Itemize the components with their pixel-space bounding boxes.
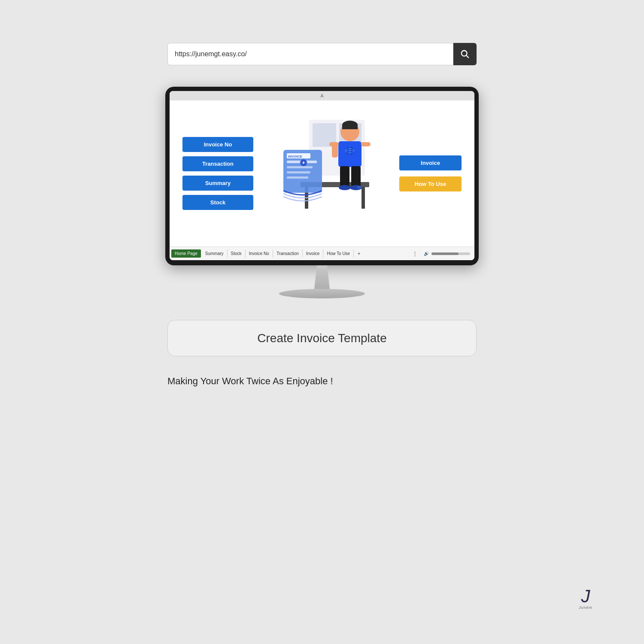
logo-letter: J [581,587,590,605]
svg-line-1 [466,55,468,58]
transaction-button[interactable]: Transaction [182,156,253,171]
tagline-text: Making Your Work Twice As Enjoyable ! [167,376,477,387]
volume-fill [431,252,459,255]
svg-text:INVOICE: INVOICE [288,155,303,158]
tab-how-to-use[interactable]: How To Use [323,249,354,258]
tab-stock[interactable]: Stock [228,249,246,258]
svg-point-33 [357,186,361,188]
stand-base [279,289,365,298]
svg-rect-12 [287,176,308,179]
svg-rect-30 [351,166,361,188]
tab-add-button[interactable]: + [354,249,364,258]
volume-bar[interactable] [431,252,470,255]
monitor-stand [165,265,479,298]
tab-invoice-no[interactable]: Invoice No [246,249,273,258]
monitor-bezel: A Invoice No Transaction Summary Stock [165,87,479,265]
tab-bar: Home Page Summary Stock Invoice No Trans… [170,246,474,260]
url-bar-area: https://junemgt.easy.co/ [167,43,477,65]
stand-neck [309,265,335,289]
volume-icon: 🔊 [424,251,429,256]
svg-rect-11 [287,171,310,173]
tab-home-page[interactable]: Home Page [171,249,201,258]
tab-more-button[interactable]: ⋮ [409,249,421,258]
monitor-top-bar: A [170,91,474,100]
svg-rect-29 [340,166,349,188]
center-illustration: INVOICE [253,109,399,238]
create-invoice-label: Create Invoice Template [257,331,386,345]
right-nav: Invoice How To Use [399,155,462,191]
stock-button[interactable]: Stock [182,195,253,210]
invoice-illustration: INVOICE [266,115,386,231]
invoice-right-button[interactable]: Invoice [399,155,462,170]
svg-point-31 [339,185,351,190]
top-bar-letter: A [320,93,323,98]
svg-rect-28 [361,142,371,146]
logo-name: Junem [579,605,592,610]
j-logo: J Junem [579,587,592,610]
create-invoice-button[interactable]: Create Invoice Template [167,320,477,356]
svg-rect-7 [361,187,365,209]
svg-rect-20 [342,125,358,129]
monitor-wrapper: A Invoice No Transaction Summary Stock [165,87,479,298]
invoice-no-button[interactable]: Invoice No [182,137,253,152]
monitor-screen: A Invoice No Transaction Summary Stock [170,91,474,260]
screen-content: Invoice No Transaction Summary Stock [170,100,474,246]
left-nav: Invoice No Transaction Summary Stock [182,137,253,210]
search-icon [460,49,470,59]
svg-rect-10 [287,166,313,168]
tab-invoice[interactable]: Invoice [303,249,324,258]
volume-area: 🔊 [421,251,473,256]
svg-rect-27 [332,145,338,158]
url-input[interactable]: https://junemgt.easy.co/ [167,43,453,65]
tab-summary[interactable]: Summary [202,249,228,258]
how-to-use-button[interactable]: How To Use [399,176,462,191]
summary-button[interactable]: Summary [182,176,253,191]
url-text: https://junemgt.easy.co/ [175,50,247,58]
search-button[interactable] [453,43,477,65]
screen-main-area: Invoice No Transaction Summary Stock [178,109,466,238]
tab-transaction[interactable]: Transaction [273,249,303,258]
